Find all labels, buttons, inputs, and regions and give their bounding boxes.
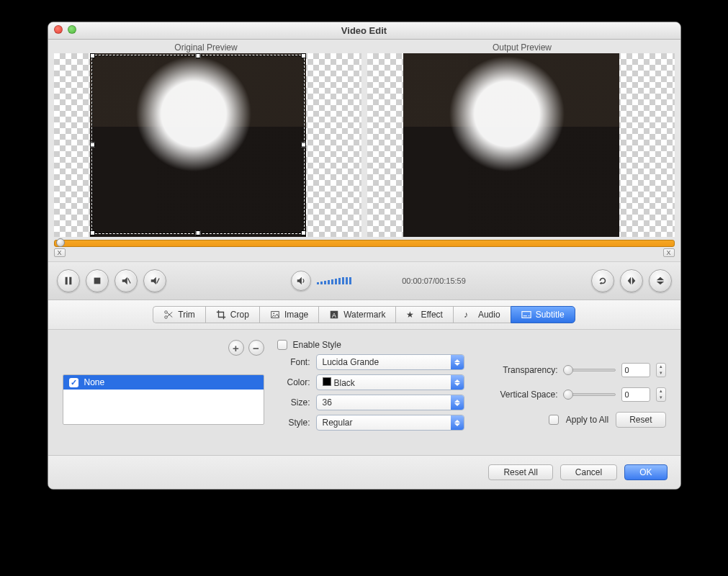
crop-handle-mt[interactable] <box>195 53 200 58</box>
tab-effect-label: Effect <box>421 310 442 320</box>
slider-knob[interactable] <box>563 365 573 375</box>
font-combo[interactable]: Lucida Grande <box>316 354 464 370</box>
subtitle-list[interactable]: ✓ None <box>63 374 264 425</box>
vertical-space-field[interactable]: 0 <box>621 387 650 402</box>
tab-audio[interactable]: ♪ Audio <box>453 306 511 323</box>
enable-style-checkbox[interactable] <box>277 340 287 350</box>
svg-marker-3 <box>122 277 127 285</box>
svg-marker-5 <box>150 277 156 285</box>
svg-rect-21 <box>522 312 531 318</box>
svg-rect-2 <box>94 278 100 284</box>
combo-arrows-icon <box>451 375 464 390</box>
subtitle-style-form: Enable Style Font: Lucida Grande Color: … <box>277 340 464 449</box>
tab-trim[interactable]: Trim <box>153 306 205 323</box>
crop-handle-tr[interactable] <box>301 53 306 58</box>
subtitle-item-checkbox[interactable]: ✓ <box>69 378 78 387</box>
volume-down-button[interactable] <box>114 269 138 292</box>
pause-button[interactable] <box>57 269 80 292</box>
cancel-button[interactable]: Cancel <box>560 464 617 480</box>
svg-marker-7 <box>297 277 302 285</box>
tab-subtitle-label: Subtitle <box>536 310 565 320</box>
combo-arrows-icon <box>451 415 464 430</box>
combo-arrows-icon <box>451 355 464 369</box>
flip-horizontal-button[interactable] <box>620 269 643 292</box>
color-combo[interactable]: Black <box>316 374 464 390</box>
dialog-footer: Reset All Cancel OK <box>48 456 680 489</box>
flip-vertical-button[interactable] <box>649 269 672 292</box>
apply-to-all-checkbox[interactable] <box>549 415 559 425</box>
titlebar: Video Edit <box>48 22 680 40</box>
tab-image[interactable]: Image <box>259 306 318 323</box>
transport-bar: 00:00:07/00:15:59 <box>48 261 680 300</box>
color-swatch <box>323 377 331 386</box>
crop-handle-mb[interactable] <box>195 230 200 235</box>
remove-subtitle-button[interactable]: − <box>248 340 264 356</box>
zoom-window-button[interactable] <box>68 25 76 34</box>
transparency-label: Transparency: <box>477 365 558 375</box>
svg-line-15 <box>168 312 173 317</box>
crop-handle-bl[interactable] <box>90 230 95 235</box>
crop-handle-tl[interactable] <box>90 53 95 58</box>
svg-line-4 <box>127 279 130 284</box>
size-value: 36 <box>323 397 332 408</box>
image-icon <box>270 310 280 320</box>
tab-crop[interactable]: Crop <box>205 306 259 323</box>
flip-horizontal-icon <box>626 276 637 286</box>
crop-handle-ml[interactable] <box>90 142 95 147</box>
ok-button[interactable]: OK <box>624 464 667 480</box>
subtitle-panel: + − ✓ None Enable Style Font: Lucida Gra… <box>48 330 680 456</box>
trim-start-marker[interactable]: X <box>54 248 66 257</box>
tab-trim-label: Trim <box>178 310 195 320</box>
mute-button[interactable] <box>291 271 311 291</box>
tab-audio-label: Audio <box>478 310 500 320</box>
output-video-frame <box>403 53 619 237</box>
crop-handle-mr[interactable] <box>301 142 306 147</box>
crop-marquee[interactable] <box>91 55 305 234</box>
preview-labels: Original Preview Output Preview <box>48 40 680 53</box>
timeline-track[interactable] <box>54 240 675 247</box>
volume-down-icon <box>121 276 131 286</box>
original-preview[interactable] <box>54 53 361 237</box>
subtitle-icon <box>521 310 531 320</box>
transparency-stepper[interactable]: ▴▾ <box>656 363 666 377</box>
volume-up-button[interactable] <box>143 269 166 292</box>
subtitle-list-item[interactable]: ✓ None <box>63 375 264 390</box>
add-subtitle-button[interactable]: + <box>228 340 244 356</box>
crop-handle-br[interactable] <box>301 230 306 235</box>
timeline-area: X X <box>48 237 680 261</box>
size-combo[interactable]: 36 <box>316 395 464 410</box>
style-value: Regular <box>323 418 353 428</box>
size-label: Size: <box>277 397 310 408</box>
edit-tabs: Trim Crop Image A Watermark ★ Effect ♪ A… <box>48 300 680 330</box>
color-label: Color: <box>277 377 310 387</box>
rotate-button[interactable] <box>591 269 614 292</box>
style-label: Style: <box>277 418 310 428</box>
style-combo[interactable]: Regular <box>316 415 464 431</box>
svg-line-6 <box>156 279 159 284</box>
tab-watermark[interactable]: A Watermark <box>318 306 395 323</box>
volume-slider[interactable] <box>317 277 389 284</box>
reset-subtitle-button[interactable]: Reset <box>616 412 665 428</box>
svg-point-13 <box>165 316 168 319</box>
apply-to-all-label: Apply to All <box>566 415 608 425</box>
vertical-space-slider[interactable] <box>564 393 616 396</box>
vertical-space-stepper[interactable]: ▴▾ <box>656 387 666 402</box>
svg-marker-8 <box>599 282 601 285</box>
tab-effect[interactable]: ★ Effect <box>395 306 452 323</box>
subtitle-item-label: None <box>84 377 105 387</box>
slider-knob[interactable] <box>563 390 573 400</box>
window-controls <box>54 25 76 34</box>
rotate-icon <box>598 276 608 286</box>
combo-arrows-icon <box>451 395 464 410</box>
playhead-thumb[interactable] <box>56 238 65 247</box>
color-value: Black <box>334 378 355 388</box>
svg-line-16 <box>168 312 173 317</box>
tab-subtitle[interactable]: Subtitle <box>511 306 575 323</box>
transparency-field[interactable]: 0 <box>621 363 650 377</box>
stop-button[interactable] <box>86 269 109 292</box>
trim-end-marker[interactable]: X <box>663 248 675 257</box>
vertical-space-label: Vertical Space: <box>477 390 558 400</box>
transparency-slider[interactable] <box>564 369 616 372</box>
reset-all-button[interactable]: Reset All <box>488 464 552 480</box>
close-window-button[interactable] <box>54 25 63 34</box>
